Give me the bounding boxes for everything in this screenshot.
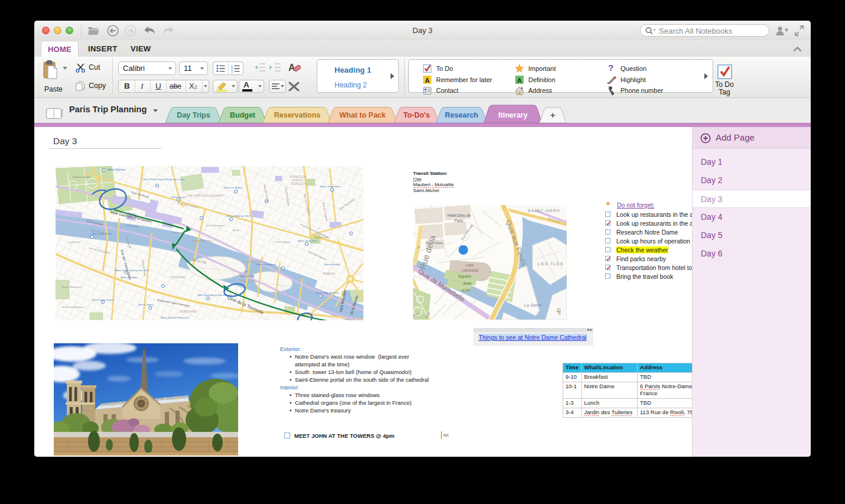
svg-text:Cathedral: Cathedral xyxy=(462,268,479,272)
svg-text:Métro-Saint-Sulpice: Métro-Saint-Sulpice xyxy=(92,298,115,301)
svg-text:Théâtre de la Ville: Théâtre de la Ville xyxy=(191,239,212,242)
svg-text:FRANCS: FRANCS xyxy=(292,179,303,182)
svg-text:Saint-Louis: Saint-Louis xyxy=(240,274,255,278)
svg-text:ARSENAL: ARSENAL xyxy=(323,272,336,275)
svg-text:Reservations: Reservations xyxy=(274,111,321,119)
svg-text:Tuileries Garden: Tuileries Garden xyxy=(72,175,91,178)
svg-text:Métro-Bastille: Métro-Bastille xyxy=(324,263,340,266)
svg-text:Le Pont Virgule: Le Pont Virgule xyxy=(273,240,291,243)
svg-text:Laon: Laon xyxy=(466,263,474,267)
svg-text:Research: Research xyxy=(445,111,478,119)
svg-text:To-Do's: To-Do's xyxy=(403,111,430,119)
svg-text:XXIII: XXIII xyxy=(462,288,470,292)
svg-text:Jean: Jean xyxy=(463,281,472,285)
svg-text:BOURGEOIS: BOURGEOIS xyxy=(291,183,307,186)
svg-text:Paris: Paris xyxy=(454,219,464,223)
svg-text:Hôtel-Dieu de: Hôtel-Dieu de xyxy=(447,213,471,217)
svg-text:Métro-Rambuteau: Métro-Rambuteau xyxy=(320,185,341,188)
svg-text:Métro-Odéon: Métro-Odéon xyxy=(138,303,154,306)
svg-text:Métro-Saint-Paul: Métro-Saint-Paul xyxy=(298,239,317,242)
svg-text:Métro-Louvre: Métro-Louvre xyxy=(171,196,187,199)
svg-text:Luxenfance: Luxenfance xyxy=(67,240,81,243)
svg-text:Itinerary: Itinerary xyxy=(498,111,527,119)
svg-text:Métro-Hôtel de Ville: Métro-Hôtel de Ville xyxy=(227,214,249,217)
svg-text:Métro-Maubert-Mutualité: Métro-Maubert-Mutualité xyxy=(161,316,189,319)
svg-text:LES ÎLES: LES ÎLES xyxy=(538,261,564,266)
svg-text:SAINT-GERV: SAINT-GERV xyxy=(528,208,560,213)
svg-text:Métro-Sully-Morland: Métro-Sully-Morland xyxy=(316,291,339,294)
svg-text:What to Pack: What to Pack xyxy=(339,111,386,119)
svg-text:1ER ARRONDISSEMENT: 1ER ARRONDISSEMENT xyxy=(187,194,225,197)
svg-text:rd-Sèvres-Babylone: rd-Sèvres-Babylone xyxy=(61,305,84,308)
svg-text:Métro-Tuileries: Métro-Tuileries xyxy=(108,168,126,171)
svg-text:Day Trips: Day Trips xyxy=(177,111,210,119)
svg-text:3: 3 xyxy=(231,70,233,73)
svg-text:Métro-Palais Royal Musée du Lo: Métro-Palais Royal Musée du Louvre xyxy=(143,178,185,181)
svg-text:La Seine: La Seine xyxy=(524,303,542,308)
svg-text:SORBONNE: SORBONNE xyxy=(180,310,197,313)
svg-text:Square Boucicaut: Square Boucicaut xyxy=(61,285,82,288)
svg-text:SAINT-GERVAIS: SAINT-GERVAIS xyxy=(242,261,263,264)
svg-text:Rivoli: Rivoli xyxy=(233,229,239,232)
svg-text:Métro-les Halles: Métro-les Halles xyxy=(224,186,242,189)
svg-text:P: P xyxy=(418,246,420,249)
svg-text:RAMBUTEAU: RAMBUTEAU xyxy=(290,175,307,178)
svg-text:Île: Île xyxy=(244,269,248,273)
svg-text:A: A xyxy=(517,77,522,84)
svg-text:Les Déchargeurs: Les Déchargeurs xyxy=(206,224,225,227)
svg-text:+: + xyxy=(550,110,555,120)
svg-text:A: A xyxy=(425,77,430,84)
svg-text:Budget: Budget xyxy=(230,111,256,119)
svg-text:MONNAIE: MONNAIE xyxy=(171,275,186,279)
svg-text:LES ÎLES: LES ÎLES xyxy=(240,279,256,283)
svg-text:Square: Square xyxy=(458,274,472,279)
svg-text:Théâtre Art: Théâtre Art xyxy=(171,231,184,234)
